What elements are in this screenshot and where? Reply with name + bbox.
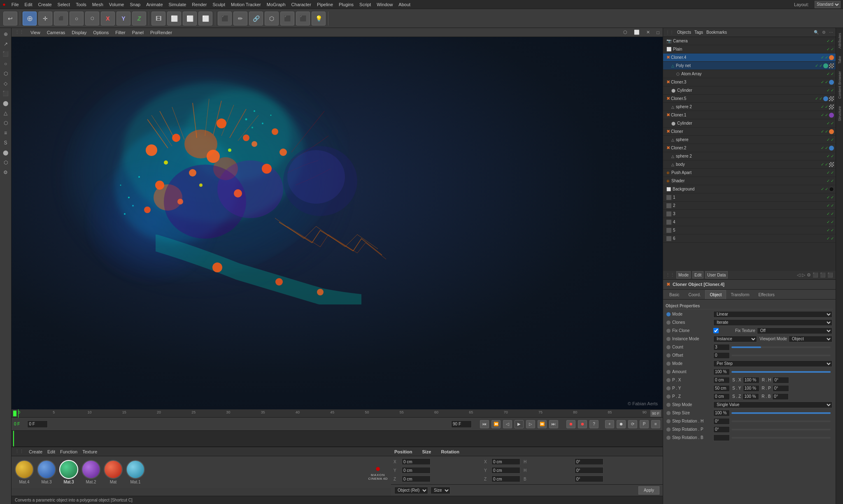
obj-search-icon[interactable]: 🔍 (814, 30, 819, 35)
motion-path-button[interactable]: P (640, 420, 649, 428)
menu-render[interactable]: Render (192, 2, 207, 7)
attr-mode-button[interactable]: Mode (676, 271, 691, 279)
mat-texture-button[interactable]: Texture (82, 449, 97, 454)
timeline-current-frame-input[interactable] (27, 420, 48, 428)
menu-file[interactable]: File (12, 2, 19, 7)
attr-mode-select[interactable]: Linear (713, 311, 832, 318)
rs-tab-take[interactable]: Take (837, 53, 843, 67)
auto-key-button[interactable]: ⏺ (578, 420, 587, 428)
viewport-menu-view[interactable]: View (30, 30, 40, 35)
camera-tool[interactable]: ⬛ (296, 12, 310, 26)
obj-row-sphere2b[interactable]: △ sphere 2 ✓ ✓ (663, 152, 836, 160)
attr-rh-input[interactable] (773, 377, 789, 383)
left-tool-6[interactable]: ◇ (1, 79, 10, 88)
attr-steprotb-input[interactable] (713, 434, 730, 441)
cube-tool[interactable]: ⬛ (218, 12, 232, 26)
transform-tool[interactable]: ⬡ (85, 12, 99, 26)
obj-menu-bookmarks[interactable]: Bookmarks (706, 30, 727, 35)
left-tool-4[interactable]: ○ (1, 59, 10, 68)
attr-sx-input[interactable] (743, 377, 759, 383)
menu-simulate[interactable]: Simulate (169, 2, 186, 7)
mat-function-button[interactable]: Function (60, 449, 77, 454)
obj-row-4[interactable]: 4 ✓✓ (663, 218, 836, 226)
obj-row-1[interactable]: 1 ✓✓ (663, 193, 836, 202)
viewport-menu-panel[interactable]: Panel (132, 30, 144, 35)
left-tool-13[interactable]: ⬤ (1, 148, 10, 157)
obj-filter-icon[interactable]: ⚙ (822, 30, 826, 35)
menu-pipeline[interactable]: Pipeline (317, 2, 333, 7)
obj-row-cylinder2[interactable]: ⬤ Cylinder ✓ ✓ (663, 119, 836, 128)
rs-tab-content-browser[interactable]: Content Browser (837, 68, 843, 102)
viewport-menu-options[interactable]: Options (93, 30, 109, 35)
go-to-start-button[interactable]: ⏮ (480, 420, 489, 428)
obj-row-cloner[interactable]: ✖ Cloner ✓ ✓ (663, 128, 836, 136)
menu-motion-tracker[interactable]: Motion Tracker (231, 2, 261, 7)
viewport-3d[interactable]: © Fabian Aerts (12, 37, 663, 409)
move-tool[interactable]: ✛ (38, 12, 52, 26)
attr-steproth-input[interactable] (713, 418, 730, 425)
material-item-4[interactable]: Mat (104, 460, 123, 484)
menu-mograph[interactable]: MoGraph (267, 2, 286, 7)
attr-clones-select[interactable]: Iterate (713, 319, 832, 326)
undo-button[interactable]: ↩ (3, 12, 17, 26)
psr-apply-button[interactable]: Apply (638, 486, 659, 495)
attr-tab-object[interactable]: Object (705, 290, 726, 299)
play-button[interactable]: ▶ (515, 420, 524, 428)
attr-py-input[interactable] (713, 385, 730, 392)
timeline-options-button[interactable]: ≡ (651, 420, 660, 428)
attr-count-dot[interactable] (666, 345, 671, 349)
menu-select[interactable]: Select (58, 2, 70, 7)
material-item-1[interactable]: Mat.3 (37, 460, 56, 484)
attr-userdata-button[interactable]: User Data (705, 271, 728, 279)
mat-edit-button[interactable]: Edit (47, 449, 55, 454)
attr-viewport-select[interactable]: Object (789, 336, 832, 342)
attr-steprotp-slider[interactable] (731, 429, 831, 430)
viewport-menu-prorender[interactable]: ProRender (150, 30, 172, 35)
attr-fixclone-dot[interactable] (666, 329, 671, 333)
next-frame-button[interactable]: ⏩ (538, 420, 547, 428)
attr-stepsize-input[interactable] (713, 410, 730, 416)
psr-sy-input[interactable] (491, 467, 520, 474)
object-tree[interactable]: 📷 Camera ✓ ✓ ⬜ Plain ✓ ✓ ✖ (663, 37, 836, 271)
deformer-tool[interactable]: ⬡ (265, 12, 279, 26)
attr-clones-dot[interactable] (666, 321, 671, 325)
obj-row-polynet[interactable]: △ Poly net ✓ ✓ (663, 62, 836, 70)
attr-pz-input[interactable] (713, 393, 730, 400)
track-area[interactable] (12, 431, 663, 446)
attr-offset-slider[interactable] (731, 355, 831, 356)
attr-edit-button[interactable]: Edit (692, 271, 703, 279)
go-to-end-button[interactable]: ⏭ (549, 420, 558, 428)
attr-icons-2[interactable]: ⬛ (813, 272, 818, 278)
attr-amount-dot[interactable] (666, 370, 671, 374)
left-tool-10[interactable]: ⬡ (1, 118, 10, 128)
menu-create[interactable]: Create (38, 2, 52, 7)
attr-stepsize-slider[interactable] (731, 412, 831, 414)
menu-character[interactable]: Character (291, 2, 311, 7)
left-tool-7[interactable]: ⬛ (1, 89, 10, 98)
menu-edit[interactable]: Edit (25, 2, 33, 7)
obj-row-cloner3[interactable]: ✖ Cloner.3 ✓ ✓ (663, 78, 836, 86)
material-item-3[interactable]: Mat.2 (82, 460, 100, 484)
obj-row-camera[interactable]: 📷 Camera ✓ ✓ (663, 37, 836, 45)
obj-row-shader[interactable]: ⊕ Shader ✓ ✓ (663, 177, 836, 185)
render-region[interactable]: ⬜ (183, 12, 197, 26)
z-axis-button[interactable]: Z (132, 12, 146, 26)
psr-sz-input[interactable] (491, 476, 520, 482)
record-active-button[interactable]: ⏺ (617, 420, 626, 428)
attr-tab-transform[interactable]: Transform (726, 290, 754, 299)
obj-row-3[interactable]: 3 ✓✓ (663, 210, 836, 218)
obj-row-cloner2[interactable]: ✖ Cloner.2 ✓ ✓ (663, 144, 836, 152)
attr-fixclone-checkbox[interactable] (713, 328, 719, 333)
obj-row-body[interactable]: △ body ✓ ✓ (663, 160, 836, 169)
obj-menu-objects[interactable]: Objects (677, 30, 691, 35)
viewport-icon-2[interactable]: ⬜ (634, 30, 640, 35)
obj-row-cloner1[interactable]: ✖ Cloner.1 ✓ ✓ (663, 111, 836, 119)
y-axis-button[interactable]: Y (116, 12, 130, 26)
attr-px-input[interactable] (713, 377, 730, 383)
attr-nav-prev[interactable]: ◁ (797, 272, 800, 278)
obj-row-cloner4[interactable]: ✖ Cloner.4 ✓ ✓ (663, 53, 836, 62)
viewport-menu-filter[interactable]: Filter (115, 30, 125, 35)
left-tool-9[interactable]: △ (1, 109, 10, 118)
mat-create-button[interactable]: Create (29, 449, 42, 454)
obj-row-plain[interactable]: ⬜ Plain ✓ ✓ (663, 45, 836, 53)
